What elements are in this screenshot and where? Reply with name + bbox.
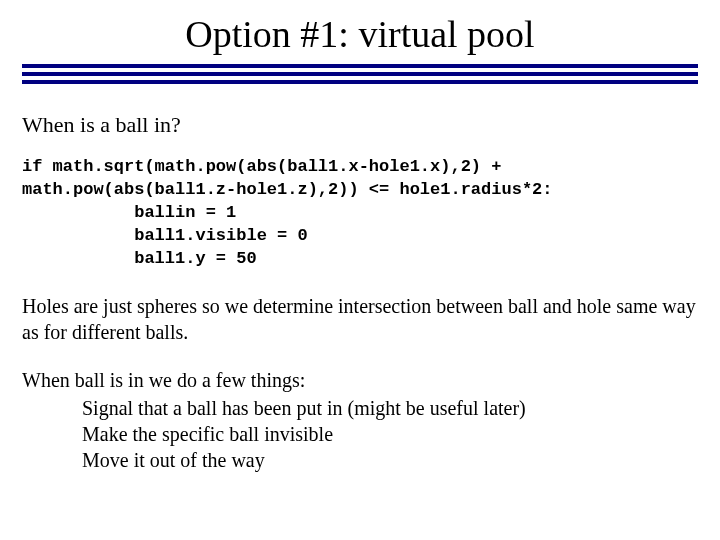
list-item: Make the specific ball invisible (82, 421, 698, 447)
paragraph-holes: Holes are just spheres so we determine i… (22, 293, 698, 345)
slide: Option #1: virtual pool When is a ball i… (0, 0, 720, 540)
code-line: ballin = 1 (22, 203, 236, 222)
actions-intro: When ball is in we do a few things: (22, 369, 305, 391)
code-line: if math.sqrt(math.pow(abs(ball1.x-hole1.… (22, 157, 501, 176)
code-line: ball1.y = 50 (22, 249, 257, 268)
list-item: Signal that a ball has been put in (migh… (82, 395, 698, 421)
title-underline (22, 64, 698, 84)
section-heading: When is a ball in? (22, 112, 698, 138)
slide-title: Option #1: virtual pool (22, 12, 698, 56)
code-line: math.pow(abs(ball1.z-hole1.z),2)) <= hol… (22, 180, 553, 199)
paragraph-actions: When ball is in we do a few things: Sign… (22, 367, 698, 473)
code-block: if math.sqrt(math.pow(abs(ball1.x-hole1.… (22, 156, 698, 271)
list-item: Move it out of the way (82, 447, 698, 473)
code-line: ball1.visible = 0 (22, 226, 308, 245)
actions-list: Signal that a ball has been put in (migh… (82, 395, 698, 473)
